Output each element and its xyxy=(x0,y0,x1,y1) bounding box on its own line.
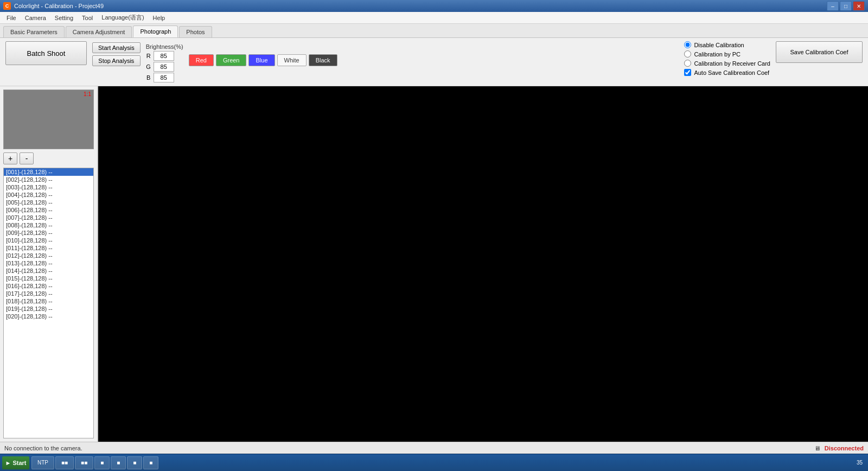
status-right: 🖥 Disconnected xyxy=(814,445,864,451)
list-item[interactable]: [014]-(128,128) -- xyxy=(4,267,93,275)
brightness-g-input[interactable] xyxy=(154,62,174,72)
list-item[interactable]: [015]-(128,128) -- xyxy=(4,275,93,282)
start-analysis-button[interactable]: Start Analysis xyxy=(92,42,141,53)
list-item[interactable]: [002]-(128,128) -- xyxy=(4,176,93,183)
taskbar-app-2[interactable]: ■■ xyxy=(55,456,74,469)
left-panel: 1:1 + - [001]-(128,128) --[002]-(128,128… xyxy=(0,86,98,442)
brightness-label: Brightness(%) xyxy=(146,43,183,50)
top-controls: Batch Shoot Start Analysis Stop Analysis… xyxy=(0,38,868,86)
zoom-controls: + - xyxy=(3,152,94,164)
menu-tool[interactable]: Tool xyxy=(78,14,97,22)
maximize-button[interactable]: □ xyxy=(840,1,852,11)
menu-help[interactable]: Help xyxy=(149,14,170,22)
taskbar-app-7[interactable]: ■ xyxy=(143,456,158,469)
taskbar-app-3[interactable]: ■■ xyxy=(75,456,93,469)
content-area: 1:1 + - [001]-(128,128) --[002]-(128,128… xyxy=(0,86,868,442)
g-label: G xyxy=(146,63,151,70)
auto-save-label: Auto Save Calibreation Coef xyxy=(694,69,769,76)
tab-photograph[interactable]: Photograph xyxy=(133,26,178,37)
black-button[interactable]: Black xyxy=(309,54,337,66)
calibration-by-pc-label: Calibration by PC xyxy=(694,51,741,58)
list-item[interactable]: [006]-(128,128) -- xyxy=(4,206,93,214)
canvas-area xyxy=(98,86,868,442)
taskbar-apps: NTP ■■ ■■ ■ ■ ■ ■ xyxy=(31,456,158,469)
white-button[interactable]: White xyxy=(277,54,307,66)
list-item[interactable]: [013]-(128,128) -- xyxy=(4,259,93,267)
window-controls: – □ ✕ xyxy=(827,1,865,11)
taskbar-app-6[interactable]: ■ xyxy=(127,456,142,469)
zoom-out-button[interactable]: - xyxy=(20,152,34,164)
list-item[interactable]: [011]-(128,128) -- xyxy=(4,244,93,252)
list-item[interactable]: [001]-(128,128) -- xyxy=(4,168,93,176)
list-item[interactable]: [018]-(128,128) -- xyxy=(4,297,93,305)
start-button[interactable]: ► Start xyxy=(2,456,29,469)
taskbar-app-5[interactable]: ■ xyxy=(111,456,126,469)
list-item[interactable]: [020]-(128,128) -- xyxy=(4,313,93,320)
app-icon: C xyxy=(3,2,11,10)
connection-status: Disconnected xyxy=(825,445,864,451)
menu-language[interactable]: Language(语言) xyxy=(97,12,148,23)
thumbnail-label: 1:1 xyxy=(84,91,91,97)
cabinet-list[interactable]: [001]-(128,128) --[002]-(128,128) --[003… xyxy=(3,168,94,438)
list-item[interactable]: [005]-(128,128) -- xyxy=(4,199,93,206)
tab-bar: Basic Parameters Camera Adjustment Photo… xyxy=(0,24,868,38)
taskbar-app-1[interactable]: NTP xyxy=(31,456,54,469)
save-calibration-button[interactable]: Save Calibration Coef xyxy=(776,41,863,63)
list-item[interactable]: [003]-(128,128) -- xyxy=(4,183,93,191)
brightness-r-input[interactable] xyxy=(154,51,174,61)
menu-file[interactable]: File xyxy=(2,14,21,22)
list-item[interactable]: [009]-(128,128) -- xyxy=(4,229,93,237)
tab-basic-parameters[interactable]: Basic Parameters xyxy=(3,26,65,37)
disable-calibration-label: Disable Calibration xyxy=(694,42,744,48)
taskbar-time: 35 xyxy=(857,460,863,466)
blue-button[interactable]: Blue xyxy=(248,54,275,66)
taskbar-app-4[interactable]: ■ xyxy=(94,456,110,469)
batch-shoot-button[interactable]: Batch Shoot xyxy=(5,41,87,65)
list-item[interactable]: [016]-(128,128) -- xyxy=(4,282,93,290)
auto-save-checkbox[interactable] xyxy=(684,69,691,76)
list-item[interactable]: [008]-(128,128) -- xyxy=(4,221,93,229)
list-item[interactable]: [017]-(128,128) -- xyxy=(4,290,93,297)
calibration-by-pc-radio[interactable] xyxy=(684,50,691,58)
brightness-b-input[interactable] xyxy=(154,73,174,82)
zoom-in-button[interactable]: + xyxy=(3,152,17,164)
monitor-icon: 🖥 xyxy=(814,445,820,451)
thumbnail-area: 1:1 xyxy=(3,90,94,149)
list-item[interactable]: [019]-(128,128) -- xyxy=(4,305,93,313)
calibration-section: Disable Calibration Calibration by PC Ca… xyxy=(684,41,770,76)
minimize-button[interactable]: – xyxy=(827,1,839,11)
window-title: Colorlight - Calibration - Project49 xyxy=(14,3,104,9)
list-item[interactable]: [012]-(128,128) -- xyxy=(4,252,93,259)
list-item[interactable]: [010]-(128,128) -- xyxy=(4,237,93,244)
menu-camera[interactable]: Camera xyxy=(21,14,50,22)
red-button[interactable]: Red xyxy=(189,54,214,66)
taskbar: ► Start NTP ■■ ■■ ■ ■ ■ ■ 35 xyxy=(0,454,868,471)
disable-calibration-radio[interactable] xyxy=(684,41,691,48)
taskbar-right: 35 xyxy=(857,460,866,466)
list-item[interactable]: [004]-(128,128) -- xyxy=(4,191,93,199)
tab-camera-adjustment[interactable]: Camera Adjustment xyxy=(66,26,132,37)
tab-photos[interactable]: Photos xyxy=(179,26,212,37)
status-bar: No connection to the camera. 🖥 Disconnec… xyxy=(0,442,868,454)
stop-analysis-button[interactable]: Stop Analysis xyxy=(92,55,141,66)
r-label: R xyxy=(146,53,151,59)
status-message: No connection to the camera. xyxy=(4,445,82,451)
calibration-by-receiver-label: Calibration by Receiver Card xyxy=(694,60,770,67)
close-button[interactable]: ✕ xyxy=(853,1,865,11)
title-bar: C Colorlight - Calibration - Project49 –… xyxy=(0,0,868,12)
calibration-by-receiver-radio[interactable] xyxy=(684,60,691,67)
menu-setting[interactable]: Setting xyxy=(50,14,78,22)
b-label: B xyxy=(146,74,151,81)
list-item[interactable]: [007]-(128,128) -- xyxy=(4,214,93,221)
green-button[interactable]: Green xyxy=(216,54,247,66)
menu-bar: File Camera Setting Tool Language(语言) He… xyxy=(0,12,868,24)
